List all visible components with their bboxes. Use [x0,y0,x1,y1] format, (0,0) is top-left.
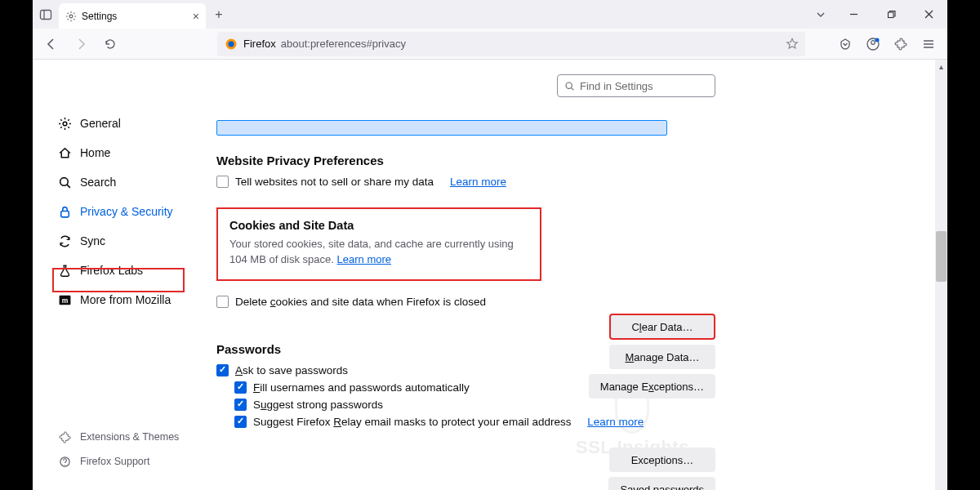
sync-icon [57,234,72,248]
puzzle-icon [894,38,907,51]
hamburger-icon [922,38,935,51]
url-path: about:preferences#privacy [281,38,406,50]
settings-sidebar: General Home Search Privacy & Security S… [33,60,216,490]
arrow-right-icon [74,38,87,51]
search-icon [57,175,72,189]
window-titlebar: Settings × + [33,0,947,29]
browser-tab[interactable]: Settings × [59,3,206,29]
passwords-button-column: Exceptions… Saved passwords [608,448,715,490]
checkbox-checked[interactable] [234,381,247,394]
arrow-left-icon [45,38,58,51]
search-icon [564,81,575,91]
sidebar-item-home[interactable]: Home [51,138,216,167]
sidebar-item-firefox-support[interactable]: Firefox Support [51,449,216,474]
checkbox-checked[interactable] [234,399,247,411]
flask-icon [57,263,72,278]
nav-back-button[interactable] [39,32,64,56]
checkbox-checked[interactable] [216,364,229,376]
save-to-pocket-button[interactable] [833,32,858,56]
scroll-thumb[interactable] [936,231,947,282]
svg-point-17 [566,82,572,88]
new-tab-button[interactable]: + [206,0,232,29]
password-exceptions-button[interactable]: Exceptions… [609,448,715,472]
suggest-strong-row[interactable]: Suggest strong passwords [234,399,788,411]
sidebar-item-label: More from Mozilla [80,293,171,306]
find-in-settings-input[interactable]: Find in Settings [557,74,715,97]
svg-line-18 [572,87,574,90]
relay-row[interactable]: Suggest Firefox Relay email masks to pro… [234,416,788,428]
home-icon [57,145,72,160]
sidebar-icon [39,8,52,21]
sidebar-item-firefox-labs[interactable]: Firefox Labs [51,256,216,285]
app-menu-button[interactable] [916,32,941,56]
sidebar-item-sync[interactable]: Sync [51,226,216,256]
sidebar-item-label: Firefox Support [80,456,149,467]
delete-on-close-label: Delete cookies and site data when Firefo… [235,296,486,308]
checkbox-unchecked[interactable] [216,176,229,188]
browser-toolbar: Firefox about:preferences#privacy [33,29,947,60]
tab-close-button[interactable]: × [193,10,199,23]
sidebar-item-general[interactable]: General [51,109,216,138]
tabs-dropdown-button[interactable] [807,0,835,29]
sidebar-item-more-mozilla[interactable]: m More from Mozilla [51,285,216,314]
sidebar-toggle-button[interactable] [33,0,59,29]
learn-more-link[interactable]: Learn more [587,416,644,428]
account-icon [866,37,880,51]
cookies-button-column: Clear Data… Manage Data… Manage Exceptio… [589,314,715,399]
manage-exceptions-button[interactable]: Manage Exceptions… [589,374,715,399]
account-button[interactable] [861,32,885,56]
svg-rect-4 [888,12,893,18]
cookies-description: Your stored cookies, site data, and cach… [229,237,528,268]
puzzle-icon [57,430,72,444]
fill-auto-label: Fill usernames and passwords automatical… [253,381,470,394]
cookies-heading: Cookies and Site Data [229,219,528,232]
do-not-sell-label: Tell websites not to sell or share my da… [235,176,434,188]
tab-title: Settings [82,11,117,22]
window-minimize-button[interactable] [835,0,872,29]
ask-save-label: Ask to save passwords [235,364,348,376]
delete-on-close-checkbox-row[interactable]: Delete cookies and site data when Firefo… [216,296,788,308]
sidebar-item-extensions-themes[interactable]: Extensions & Themes [51,425,216,449]
svg-point-11 [60,177,68,185]
scroll-up-arrow[interactable]: ▴ [935,60,947,73]
svg-rect-13 [60,211,69,216]
url-scheme: Firefox [243,38,276,50]
website-privacy-heading: Website Privacy Preferences [216,154,788,167]
do-not-sell-checkbox-row[interactable]: Tell websites not to sell or share my da… [216,176,788,188]
settings-content: Find in Settings SSL Insights Website Pr… [216,60,947,490]
settings-page: General Home Search Privacy & Security S… [33,60,947,490]
mozilla-icon: m [57,292,72,307]
help-icon [57,454,72,469]
svg-point-2 [69,15,73,18]
window-restore-button[interactable] [872,0,910,29]
manage-data-button[interactable]: Manage Data… [609,345,715,369]
svg-point-9 [875,38,880,42]
firefox-logo-icon [224,37,238,51]
lock-icon [57,204,72,219]
checkbox-unchecked[interactable] [216,296,229,308]
nav-forward-button[interactable] [69,32,93,56]
checkbox-checked[interactable] [234,416,247,428]
extensions-button[interactable] [889,32,913,56]
learn-more-link[interactable]: Learn more [337,253,391,265]
url-bar[interactable]: Firefox about:preferences#privacy [217,32,805,56]
svg-point-10 [63,122,67,126]
vertical-scrollbar[interactable]: ▴ [935,60,947,490]
sidebar-item-search[interactable]: Search [51,167,216,197]
sidebar-item-privacy-security[interactable]: Privacy & Security [51,197,216,226]
info-banner [216,120,667,136]
relay-label: Suggest Firefox Relay email masks to pro… [253,416,571,428]
sidebar-item-label: Firefox Labs [80,264,143,277]
cookies-section-highlight: Cookies and Site Data Your stored cookie… [216,207,541,281]
sidebar-item-label: Search [80,176,116,189]
saved-passwords-button[interactable]: Saved passwords [608,477,715,490]
sidebar-item-label: Privacy & Security [80,205,173,218]
gear-icon [57,116,72,131]
svg-point-8 [871,40,875,44]
bookmark-star-button[interactable] [786,38,799,51]
nav-reload-button[interactable] [98,32,122,56]
learn-more-link[interactable]: Learn more [450,176,506,188]
svg-text:m: m [61,296,68,304]
clear-data-button[interactable]: Clear Data… [609,314,715,340]
window-close-button[interactable] [910,0,947,29]
